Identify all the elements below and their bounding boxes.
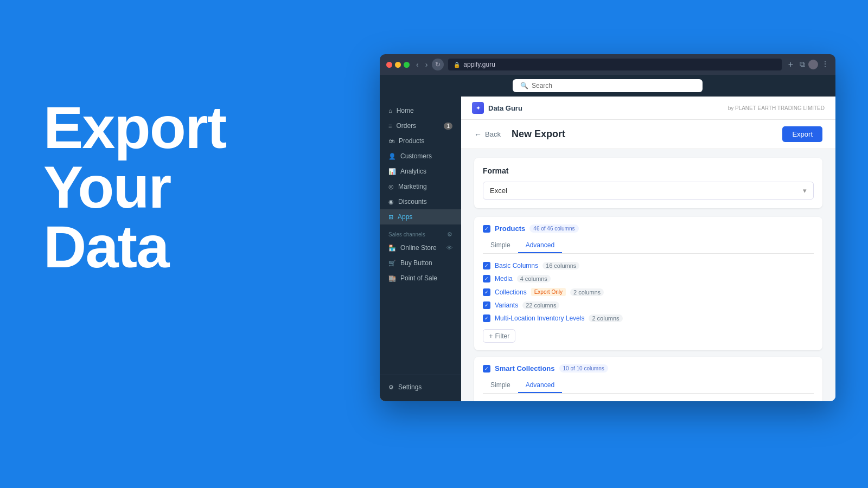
sidebar-item-home[interactable]: ⌂ Home xyxy=(380,103,461,118)
close-button[interactable] xyxy=(386,62,392,68)
sidebar-item-discounts[interactable]: ◉ Discounts xyxy=(380,194,461,209)
sidebar-item-orders[interactable]: ≡ Orders 1 xyxy=(380,118,461,133)
variants-checkbox[interactable]: ✓ xyxy=(483,301,490,309)
sidebar-label-discounts: Discounts xyxy=(398,198,427,206)
smart-collections-rows: ✓ Basic Columns 12 columns ✓ Rules 4 col… xyxy=(483,399,814,401)
avatar xyxy=(808,60,818,69)
back-label: Back xyxy=(485,130,501,138)
hero-line3: Data xyxy=(43,213,168,280)
product-row-media: ✓ Media 4 columns xyxy=(483,272,814,285)
sidebar: ⌂ Home ≡ Orders 1 🛍 Products 👤 Customers xyxy=(380,97,461,401)
products-rows: ✓ Basic Columns 16 columns ✓ Media 4 col… xyxy=(483,259,814,325)
products-tabs: Simple Advanced xyxy=(483,238,814,254)
orders-badge: 1 xyxy=(444,123,452,130)
address-bar[interactable]: 🔒 appify.guru xyxy=(448,59,781,70)
online-store-icon: 🏪 xyxy=(388,245,396,252)
product-row-collections: ✓ Collections Export Only 2 columns xyxy=(483,285,814,299)
sidebar-item-apps[interactable]: ⊞ Apps xyxy=(380,209,461,224)
sidebar-item-products[interactable]: 🛍 Products xyxy=(380,133,461,149)
sidebar-item-settings[interactable]: ⚙ Settings xyxy=(380,380,461,395)
by-label: by PLANET EARTH TRADING LIMITED xyxy=(728,105,825,111)
sidebar-label-home: Home xyxy=(397,107,414,114)
export-page-header: ← Back New Export Export xyxy=(461,120,835,149)
sidebar-settings: ⚙ Settings xyxy=(380,375,461,395)
products-section-name: Products xyxy=(495,224,525,233)
export-only-badge: Export Only xyxy=(531,288,566,296)
filter-label: Filter xyxy=(495,332,510,340)
shopify-main: ⌂ Home ≡ Orders 1 🛍 Products 👤 Customers xyxy=(380,97,835,401)
browser-window: ‹ › ↻ 🔒 appify.guru + ⧉ ⋮ 🔍 Search xyxy=(380,54,835,401)
sidebar-item-buy-button[interactable]: 🛒 Buy Button xyxy=(380,255,461,271)
browser-chrome: ‹ › ↻ 🔒 appify.guru + ⧉ ⋮ xyxy=(380,54,835,75)
new-tab-button[interactable]: + xyxy=(786,60,795,69)
collections-label: Collections xyxy=(495,288,527,296)
expand-icon[interactable]: ⧉ xyxy=(800,60,805,69)
orders-icon: ≡ xyxy=(388,123,392,129)
sidebar-item-analytics[interactable]: 📊 Analytics xyxy=(380,164,461,179)
products-tab-simple[interactable]: Simple xyxy=(483,238,518,253)
collections-checkbox[interactable]: ✓ xyxy=(483,288,490,296)
home-icon: ⌂ xyxy=(388,107,392,114)
sidebar-label-settings: Settings xyxy=(398,383,422,391)
products-filter-button[interactable]: + Filter xyxy=(483,329,515,343)
maximize-button[interactable] xyxy=(404,62,410,68)
sidebar-item-point-of-sale[interactable]: 🏬 Point of Sale xyxy=(380,271,461,286)
variants-label: Variants xyxy=(495,301,518,309)
smart-collections-tabs: Simple Advanced xyxy=(483,378,814,394)
refresh-button[interactable]: ↻ xyxy=(432,59,444,70)
sidebar-label-apps: Apps xyxy=(398,213,412,221)
format-title: Format xyxy=(483,166,814,175)
sales-channels-settings-icon[interactable]: ⚙ xyxy=(447,231,452,238)
sidebar-item-customers[interactable]: 👤 Customers xyxy=(380,149,461,164)
sidebar-item-online-store[interactable]: 🏪 Online Store 👁 xyxy=(380,240,461,255)
analytics-icon: 📊 xyxy=(388,168,396,175)
basic-columns-count: 16 columns xyxy=(542,262,579,269)
smart-collections-header: ✓ Smart Collections 10 of 10 columns xyxy=(483,364,814,373)
products-section: ✓ Products 46 of 46 columns Simple Advan… xyxy=(474,217,822,350)
hero-line1: Export xyxy=(43,94,226,160)
inventory-label: Multi-Location Inventory Levels xyxy=(495,314,584,322)
customers-icon: 👤 xyxy=(388,153,396,160)
back-arrow-icon: ← xyxy=(474,130,482,139)
basic-columns-checkbox[interactable]: ✓ xyxy=(483,262,490,269)
smart-collections-tab-advanced[interactable]: Advanced xyxy=(518,378,562,393)
page-content: ← Back New Export Export Format Excel ▾ xyxy=(461,120,835,401)
more-options-icon[interactable]: ⋮ xyxy=(821,60,829,69)
products-icon: 🛍 xyxy=(388,138,394,144)
products-section-header: ✓ Products 46 of 46 columns xyxy=(483,224,814,233)
browser-nav: ‹ › ↻ xyxy=(414,59,444,70)
sc-row-basic-columns: ✓ Basic Columns 12 columns xyxy=(483,399,814,401)
eye-icon[interactable]: 👁 xyxy=(446,245,452,251)
sidebar-label-pos: Point of Sale xyxy=(400,274,437,282)
inventory-checkbox[interactable]: ✓ xyxy=(483,314,490,322)
products-tab-advanced[interactable]: Advanced xyxy=(518,238,562,253)
collections-columns-count: 2 columns xyxy=(570,288,604,296)
lock-icon: 🔒 xyxy=(454,62,460,68)
hero-text: Export Your Data xyxy=(43,98,304,277)
export-button[interactable]: Export xyxy=(782,126,822,142)
smart-collections-checkbox[interactable]: ✓ xyxy=(483,365,490,373)
media-checkbox[interactable]: ✓ xyxy=(483,275,490,282)
buy-button-icon: 🛒 xyxy=(388,260,396,267)
content-area: ✦ Data Guru by PLANET EARTH TRADING LIMI… xyxy=(461,97,835,401)
format-select[interactable]: Excel ▾ xyxy=(483,182,814,200)
search-icon: 🔍 xyxy=(520,82,528,89)
app-logo: ✦ Data Guru xyxy=(472,102,522,114)
smart-collections-tab-simple[interactable]: Simple xyxy=(483,378,518,393)
format-selected-value: Excel xyxy=(490,187,507,195)
forward-nav-button[interactable]: › xyxy=(423,59,430,70)
search-placeholder: Search xyxy=(532,82,552,89)
sidebar-label-buy-button: Buy Button xyxy=(400,259,432,267)
sidebar-label-products: Products xyxy=(399,137,424,145)
back-nav-button[interactable]: ‹ xyxy=(414,59,421,70)
back-link[interactable]: ← Back xyxy=(474,130,501,139)
url-text: appify.guru xyxy=(463,61,495,68)
product-row-variants: ✓ Variants 22 columns xyxy=(483,299,814,312)
sidebar-item-marketing[interactable]: ◎ Marketing xyxy=(380,179,461,194)
search-input[interactable]: 🔍 Search xyxy=(513,79,703,92)
apps-icon: ⊞ xyxy=(388,214,393,221)
traffic-lights xyxy=(386,62,410,68)
minimize-button[interactable] xyxy=(395,62,401,68)
app-header: ✦ Data Guru by PLANET EARTH TRADING LIMI… xyxy=(461,97,835,120)
products-checkbox[interactable]: ✓ xyxy=(483,225,490,233)
